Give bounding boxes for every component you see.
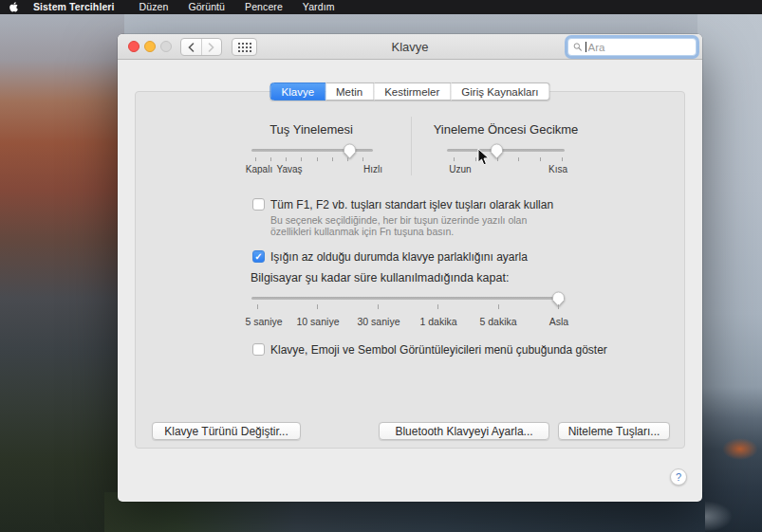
slider-tick <box>257 304 258 309</box>
menu-duzen[interactable]: Düzen <box>139 0 169 14</box>
minimize-button[interactable] <box>144 41 156 52</box>
zoom-button-disabled <box>160 41 172 52</box>
search-icon <box>573 42 583 52</box>
close-button[interactable] <box>128 41 139 52</box>
menu-goruntu[interactable]: Görüntü <box>188 0 225 14</box>
repeat-delay-slider-track[interactable] <box>447 149 565 152</box>
slider-tick <box>558 304 559 309</box>
tab-kestirmeler[interactable]: Kestirmeler <box>374 83 451 101</box>
slider-tick <box>286 157 287 161</box>
tab-metin[interactable]: Metin <box>325 83 374 101</box>
slider-tick <box>562 157 563 161</box>
key-repeat-heading: Tuş Yinelemesi <box>221 122 401 137</box>
wallpaper-right-cliff <box>697 13 762 532</box>
slider-tick <box>347 157 348 161</box>
setup-bluetooth-keyboard-button[interactable]: Bluetooth Klavyeyi Ayarla... <box>379 422 549 440</box>
fn-keys-description-line1: Bu seçenek seçildiğinde, her bir tuşun ü… <box>270 214 527 227</box>
slider-tick <box>437 304 438 309</box>
forward-button-disabled <box>202 39 222 55</box>
fn-keys-checkbox[interactable] <box>252 198 265 211</box>
slider-tick <box>498 304 499 309</box>
wallpaper-left-cliff <box>0 13 124 532</box>
menu-app-name[interactable]: Sistem Tercihleri <box>33 0 115 14</box>
tab-bar: Klavye Metin Kestirmeler Giriş Kaynaklar… <box>270 83 550 101</box>
idle-tick-never: Asla <box>549 316 568 327</box>
show-all-button[interactable] <box>232 38 257 56</box>
slider-tick <box>518 157 519 161</box>
help-button[interactable]: ? <box>670 468 687 486</box>
fn-keys-label: Tüm F1, F2 vb. tuşları standart işlev tu… <box>270 198 553 211</box>
slider-tick <box>317 304 318 309</box>
slider-tick <box>362 157 363 161</box>
slider-tick <box>255 157 256 161</box>
fn-keys-description-line2: özellikleri kullanmak için Fn tuşuna bas… <box>270 226 454 238</box>
system-preferences-window: Klavye Klavye Metin Kestirmeler Giriş Ka… <box>118 34 702 502</box>
viewers-checkbox[interactable] <box>252 343 265 356</box>
slider-tick <box>301 157 302 161</box>
slider-tick <box>475 157 476 161</box>
search-field[interactable] <box>567 38 697 56</box>
menu-yardim[interactable]: Yardım <box>303 0 335 14</box>
modifier-keys-button[interactable]: Niteleme Tuşları... <box>558 422 670 440</box>
idle-tick-5m: 5 dakika <box>479 316 516 327</box>
repeat-delay-heading: Yineleme Öncesi Gecikme <box>416 122 596 137</box>
slider-tick <box>454 157 455 161</box>
mouse-cursor <box>477 148 491 171</box>
tab-klavye[interactable]: Klavye <box>270 83 326 101</box>
check-icon: ✓ <box>254 252 262 262</box>
idle-tick-30s: 30 saniye <box>358 316 400 327</box>
menu-bar: Sistem Tercihleri Düzen Görüntü Pencere … <box>0 0 762 14</box>
titlebar[interactable]: Klavye <box>118 34 702 60</box>
backlight-label: Işığın az olduğu durumda klavye parlaklı… <box>270 250 528 264</box>
apple-menu-icon[interactable] <box>9 2 19 13</box>
idle-tick-5s: 5 saniye <box>245 316 282 327</box>
tab-giris-kaynaklari[interactable]: Giriş Kaynakları <box>451 83 549 101</box>
slider-tick <box>378 304 379 309</box>
slider-tick <box>497 157 498 161</box>
text-caret <box>585 42 586 52</box>
divider <box>411 117 412 175</box>
change-keyboard-type-button[interactable]: Klavye Türünü Değiştir... <box>152 422 301 440</box>
idle-slider-ticks <box>257 304 559 309</box>
key-repeat-label-fast: Hızlı <box>363 164 382 174</box>
idle-slider-track[interactable] <box>251 297 565 300</box>
window-title: Klavye <box>269 34 550 59</box>
repeat-delay-label-short: Kısa <box>548 164 567 174</box>
backlight-checkbox[interactable]: ✓ <box>252 250 265 263</box>
nav-button-group <box>180 38 222 56</box>
key-repeat-label-slow: Yavaş <box>276 164 302 174</box>
search-input[interactable] <box>588 42 691 53</box>
key-repeat-label-off: Kapalı <box>246 164 272 174</box>
slider-tick <box>270 157 271 161</box>
menu-pencere[interactable]: Pencere <box>245 0 283 14</box>
repeat-delay-label-long: Uzun <box>449 164 471 174</box>
key-repeat-ticks <box>255 157 363 161</box>
back-button[interactable] <box>181 39 202 55</box>
idle-tick-1m: 1 dakika <box>419 316 456 327</box>
grid-icon <box>238 43 251 52</box>
idle-slider-label: Bilgisayar şu kadar süre kullanılmadığın… <box>251 271 509 284</box>
slider-tick <box>317 157 318 161</box>
viewers-label: Klavye, Emoji ve Sembol Görüntüleyiciler… <box>270 343 607 357</box>
repeat-delay-ticks <box>454 157 563 161</box>
idle-tick-10s: 10 saniye <box>297 316 340 327</box>
slider-tick <box>540 157 541 161</box>
keyboard-pane: Tuş Yinelemesi Yineleme Öncesi Gecikme K… <box>135 91 685 449</box>
slider-tick <box>332 157 333 161</box>
